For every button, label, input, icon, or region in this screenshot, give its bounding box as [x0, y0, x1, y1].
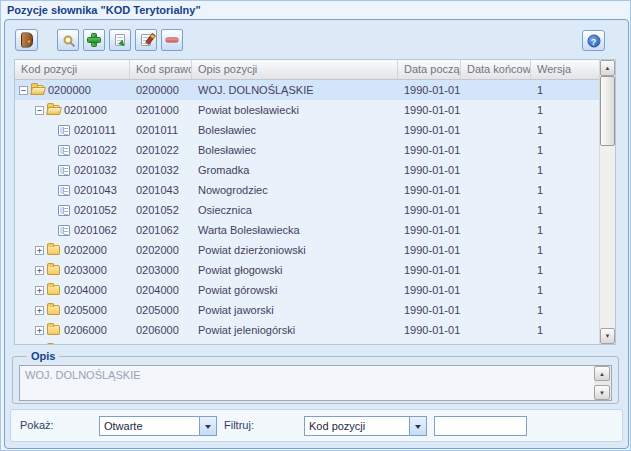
filter-bar: Pokaż: Otwarte Filtruj: Kod pozycji	[10, 409, 623, 442]
grid-cell: 0201062	[130, 220, 192, 240]
grid-cell: 0201032	[130, 160, 192, 180]
help-button[interactable]	[582, 30, 605, 51]
folder-icon	[31, 85, 44, 95]
opis-scrollbar[interactable]	[594, 366, 611, 400]
grid-cell	[461, 180, 531, 200]
pokaz-select[interactable]: Otwarte	[99, 416, 217, 436]
tree-grid-row[interactable]: +02050000205000Powiat jaworski1990-01-01…	[15, 300, 599, 320]
tree-grid-row[interactable]: +02020000202000Powiat dzierżoniowski1990…	[15, 240, 599, 260]
column-header[interactable]: Wersja	[531, 60, 599, 79]
tree-grid-row[interactable]: +02040000204000Powiat górowski1990-01-01…	[15, 280, 599, 300]
opis-scroll-down-icon[interactable]	[594, 385, 610, 400]
node-code: 0201043	[74, 184, 117, 196]
grid-cell: 1	[531, 300, 599, 320]
expand-icon[interactable]: +	[35, 266, 44, 275]
leaf-icon	[58, 205, 70, 216]
leaf-icon	[58, 125, 70, 136]
grid-cell: 1	[531, 140, 599, 160]
grid-cell: WOJ. DOLNOŚLĄSKIE	[192, 80, 398, 100]
grid-cell: Powiat dzierżoniowski	[192, 240, 398, 260]
leaf-icon	[58, 185, 70, 196]
grid-cell: 1	[531, 200, 599, 220]
filter-input[interactable]	[434, 416, 527, 436]
tree-grid-row[interactable]: 02010220201022Bolesławiec1990-01-011	[15, 140, 599, 160]
scroll-down-icon[interactable]	[600, 328, 615, 344]
add-document-button[interactable]	[109, 29, 131, 51]
expand-icon[interactable]: +	[35, 246, 44, 255]
node-code: 0201062	[74, 224, 117, 236]
filtruj-selected-value: Kod pozycji	[309, 420, 406, 432]
tree-grid-row[interactable]: 02010320201032Gromadka1990-01-011	[15, 160, 599, 180]
tree-grid-row[interactable]: +02030000203000Powiat głogowski1990-01-0…	[15, 260, 599, 280]
grid-cell: 0201022	[130, 140, 192, 160]
column-header[interactable]: Data końcowa	[461, 60, 531, 79]
grid-cell	[461, 80, 531, 100]
search-button[interactable]	[57, 29, 79, 51]
expand-icon[interactable]: +	[35, 306, 44, 315]
toolbar	[15, 29, 618, 53]
grid-cell: 1	[531, 100, 599, 120]
add-button[interactable]	[83, 29, 105, 51]
tree-grid-row[interactable]: 02010620201062Warta Bolesławiecka1990-01…	[15, 220, 599, 240]
grid-cell: 1990-01-01	[398, 320, 461, 340]
grid-cell	[531, 340, 599, 344]
collapse-icon[interactable]: −	[35, 106, 44, 115]
opis-fieldset: Opis WOJ. DOLNOŚLĄSKIE	[12, 350, 619, 404]
grid-cell	[461, 200, 531, 220]
folder-icon	[47, 325, 60, 335]
chevron-down-icon[interactable]	[409, 417, 426, 435]
grid-cell	[192, 340, 398, 344]
grid-cell: 0201011	[130, 120, 192, 140]
grid-cell: Gromadka	[192, 160, 398, 180]
tree-grid-row[interactable]: +02060000206000Powiat jeleniogórski1990-…	[15, 320, 599, 340]
column-header[interactable]: Data początko...	[398, 60, 461, 79]
grid-body: −02000000200000WOJ. DOLNOŚLĄSKIE1990-01-…	[15, 80, 599, 344]
vertical-scrollbar[interactable]	[599, 60, 615, 344]
filtruj-select[interactable]: Kod pozycji	[304, 416, 427, 436]
node-code: 0201011	[74, 124, 116, 136]
grid-cell: Powiat jeleniogórski	[192, 320, 398, 340]
column-header[interactable]: Kod pozycji	[15, 60, 130, 79]
grid-cell: 1990-01-01	[398, 140, 461, 160]
leaf-icon	[58, 145, 70, 156]
scroll-up-icon[interactable]	[600, 60, 615, 76]
grid-cell	[461, 340, 531, 344]
folder-icon	[47, 285, 60, 295]
column-header[interactable]: Opis pozycji	[192, 60, 398, 79]
grid-cell: 0204000	[130, 280, 192, 300]
grid-cell: Powiat głogowski	[192, 260, 398, 280]
tree-grid: Kod pozycjiKod sprawozd...Opis pozycjiDa…	[14, 59, 616, 345]
grid-cell: 1990-01-01	[398, 260, 461, 280]
grid-cell: Powiat jaworski	[192, 300, 398, 320]
edit-button[interactable]	[135, 29, 157, 51]
opis-scroll-up-icon[interactable]	[594, 366, 610, 381]
magnifier-icon	[64, 36, 73, 45]
grid-cell: 0205000	[130, 300, 192, 320]
grid-cell: 1990-01-01	[398, 180, 461, 200]
tree-grid-row[interactable]: 02010520201052Osiecznica1990-01-011	[15, 200, 599, 220]
scrollbar-thumb[interactable]	[600, 76, 615, 146]
folder-icon	[47, 305, 60, 315]
node-code: 0203000	[64, 264, 107, 276]
column-header[interactable]: Kod sprawozd...	[130, 60, 192, 79]
close-button[interactable]	[15, 29, 38, 51]
opis-textarea[interactable]: WOJ. DOLNOŚLĄSKIE	[19, 365, 612, 401]
delete-button[interactable]	[161, 29, 183, 51]
grid-cell: 0203000	[130, 260, 192, 280]
grid-cell: Bolesławiec	[192, 120, 398, 140]
tree-grid-row[interactable]: −02000000200000WOJ. DOLNOŚLĄSKIE1990-01-…	[15, 80, 599, 100]
expand-icon[interactable]: +	[35, 286, 44, 295]
expand-icon[interactable]: +	[35, 326, 44, 335]
minus-icon	[166, 38, 179, 43]
tree-grid-row[interactable]: 02010110201011Bolesławiec1990-01-011	[15, 120, 599, 140]
tree-grid-row[interactable]: −02010000201000Powiat bolesławiecki1990-…	[15, 100, 599, 120]
collapse-icon[interactable]: −	[19, 86, 28, 95]
tree-grid-row[interactable]: 02010430201043Nowogrodziec1990-01-011	[15, 180, 599, 200]
grid-cell: 1990-01-01	[398, 200, 461, 220]
dictionary-positions-window: Pozycje słownika "KOD Terytorialny"	[0, 0, 631, 451]
chevron-down-icon[interactable]	[199, 417, 216, 435]
window-title: Pozycje słownika "KOD Terytorialny"	[7, 4, 201, 16]
folder-icon	[47, 265, 60, 275]
grid-cell: 1	[531, 180, 599, 200]
tree-grid-row[interactable]: +	[15, 340, 599, 344]
